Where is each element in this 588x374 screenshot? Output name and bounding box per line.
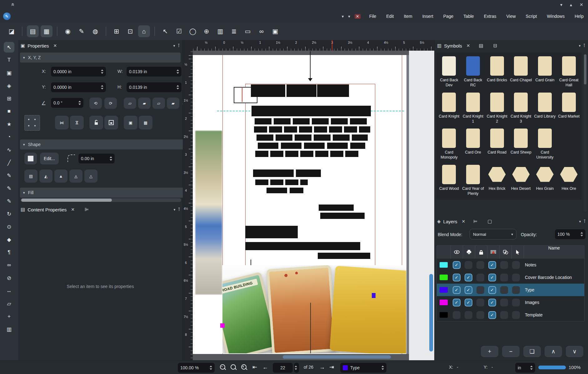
text-flow-bounding-button[interactable]: ▲ (54, 169, 67, 183)
content-properties-collapse-icon[interactable]: ▾ (174, 208, 176, 212)
opacity-input[interactable]: 100 % (555, 229, 586, 240)
vertical-ruler[interactable]: ½11½22½33½44½55½66½77½8 (183, 51, 193, 360)
rotation-input[interactable]: 0.0 ° (51, 98, 84, 108)
shapes-lock-icon[interactable]: ⌂ (138, 25, 150, 37)
measurements-tool-icon[interactable]: ↔ (4, 286, 14, 296)
separator[interactable] (22, 27, 22, 36)
flip-horizontal-button[interactable]: ⋈ (55, 116, 69, 129)
text-columns-icon[interactable]: ▥ (214, 25, 226, 37)
layer-color-swatch[interactable] (440, 287, 448, 293)
anchor-frame-icon[interactable]: ⊕ (201, 25, 212, 37)
content-properties-pin-icon[interactable]: ⊺ (178, 207, 180, 212)
layer-row[interactable]: Notes (437, 259, 584, 271)
edit-contents-tool-icon[interactable]: ◆ (4, 234, 14, 245)
layer-row[interactable]: Cover Barcode Location (437, 271, 584, 284)
symbol-item[interactable]: Card Bricks (485, 54, 509, 90)
images-layer-marker[interactable] (220, 323, 225, 328)
symbol-item[interactable]: Card Back Dev (437, 54, 461, 90)
bezier-tool-icon[interactable]: ✎ (4, 170, 14, 181)
h-input[interactable]: 0.0139 in (126, 82, 182, 93)
type-layer-marker[interactable] (372, 293, 376, 298)
layer-select-checkbox[interactable] (512, 311, 520, 319)
eye-dropper-tool-icon[interactable]: + (4, 311, 14, 322)
blank-square-icon[interactable]: ▢ (487, 219, 492, 224)
basepoint-selector[interactable] (24, 115, 40, 131)
layer-textflow-checkbox[interactable] (488, 311, 496, 319)
layer-select-checkbox[interactable] (512, 274, 520, 281)
copy-properties-tool-icon[interactable]: ▱ (4, 298, 14, 309)
symbols-collapse-icon[interactable]: ▾ (579, 44, 581, 48)
rotate-ccw-button[interactable]: ⟲ (89, 98, 102, 109)
raise-layer-button[interactable]: ∧ (545, 346, 562, 357)
duplicate-layer-button[interactable]: ❏ (523, 346, 541, 357)
symbol-item[interactable]: Hex Desert (509, 162, 533, 199)
menu-item[interactable]: File (365, 12, 381, 21)
layer-lock-checkbox[interactable] (476, 299, 484, 306)
menubar-close-icon[interactable]: ✕ (355, 14, 361, 19)
color-scheme-icon[interactable]: ▦ (41, 25, 52, 37)
symbols-pin-icon[interactable]: ⊺ (583, 43, 586, 48)
menu-item[interactable]: Windows (542, 12, 569, 21)
section-xyz[interactable]: ▾X, Y, Z (20, 53, 181, 63)
zoom-level-input[interactable]: 100.00 % (177, 362, 215, 373)
section-fill[interactable]: ▾Fill (20, 188, 184, 198)
symbol-item[interactable]: Card Knight 2 (485, 90, 509, 126)
previous-page-icon[interactable]: ← (262, 364, 268, 371)
layer-textflow-checkbox[interactable] (488, 274, 496, 281)
add-layer-button[interactable]: + (481, 346, 498, 357)
pdf-tools-icon[interactable]: ▥ (4, 324, 14, 335)
zoom-in-icon[interactable]: + (241, 364, 247, 370)
text-flow-frame-button[interactable]: ◭ (39, 169, 52, 183)
layer-print-checkbox[interactable] (465, 299, 472, 306)
layer-row[interactable]: Type (437, 284, 584, 296)
section-shape[interactable]: ▾Shape (20, 139, 184, 149)
symbol-item[interactable]: Card University (533, 126, 557, 162)
symbol-item[interactable]: Card Knight 1 (461, 90, 485, 126)
menu-item[interactable]: View (502, 12, 520, 21)
layers-pin-icon[interactable]: ⊺ (583, 219, 586, 224)
layer-select-checkbox[interactable] (512, 299, 520, 306)
layer-textflow-checkbox[interactable] (488, 299, 496, 306)
symbols-close-icon[interactable]: ✕ (466, 43, 470, 48)
x-input[interactable]: 0.0000 in (51, 66, 106, 77)
symbol-item[interactable]: Card Market (557, 90, 581, 126)
layer-visible-checkbox[interactable] (453, 261, 461, 269)
content-properties-close-icon[interactable]: ✕ (71, 207, 75, 212)
menu-item[interactable]: Help (570, 12, 588, 21)
layer-visible-checkbox[interactable] (453, 286, 461, 294)
preview-icon[interactable]: ◉ (62, 25, 74, 37)
symbol-item[interactable]: Hex Brick (485, 162, 509, 199)
select-cursor-icon[interactable]: ↖ (159, 25, 171, 37)
polygon-tool-icon[interactable]: ★ (4, 119, 14, 129)
link-frames-tool-icon[interactable]: ∞ (4, 260, 14, 270)
layer-select-checkbox[interactable] (512, 286, 520, 294)
horizontal-ruler[interactable]: ½0½11½22½33½44½55½ (193, 40, 434, 51)
separator[interactable] (57, 27, 57, 36)
shape-edit-button[interactable]: Edit... (40, 153, 59, 164)
lower-to-bottom-button[interactable]: ▰ (167, 98, 179, 109)
layer-name[interactable]: Type (522, 287, 584, 292)
symbols-scrollbar[interactable] (584, 54, 587, 212)
frame-lock-icon[interactable]: ⊡ (124, 25, 136, 37)
symbol-item[interactable]: Card Ore (461, 126, 485, 162)
layer-outline-checkbox[interactable] (500, 274, 508, 281)
zoom-reset-icon[interactable] (231, 364, 236, 370)
properties-scrollbar[interactable] (21, 198, 186, 202)
text-flow-contour-button[interactable]: ◬ (69, 169, 82, 183)
window-maximize-icon[interactable]: ▴ (570, 2, 572, 8)
remove-layer-button[interactable]: − (502, 346, 520, 357)
corner-radius-input[interactable]: 0.00 in (78, 153, 115, 164)
horizontal-scrollbar[interactable] (283, 355, 391, 359)
layer-row[interactable]: Images (437, 296, 584, 309)
text-frame-tool-icon[interactable]: T (4, 55, 14, 65)
render-frame-tool-icon[interactable]: ◈ (4, 80, 14, 91)
layer-print-checkbox[interactable] (465, 274, 472, 281)
symbol-item[interactable]: Card Knight 3 (509, 90, 533, 126)
symbol-item[interactable]: Card Wood (437, 162, 461, 199)
line-tool-icon[interactable]: ╱ (4, 157, 14, 168)
window-shade-icon[interactable]: ▾ (560, 2, 562, 8)
flip-vertical-button[interactable]: ⋈ (70, 116, 84, 129)
symbol-item[interactable]: Hex Grain (533, 162, 557, 199)
zoom-tool-icon[interactable]: ⊙ (4, 221, 14, 232)
document-icon[interactable]: ◪ (6, 25, 17, 37)
